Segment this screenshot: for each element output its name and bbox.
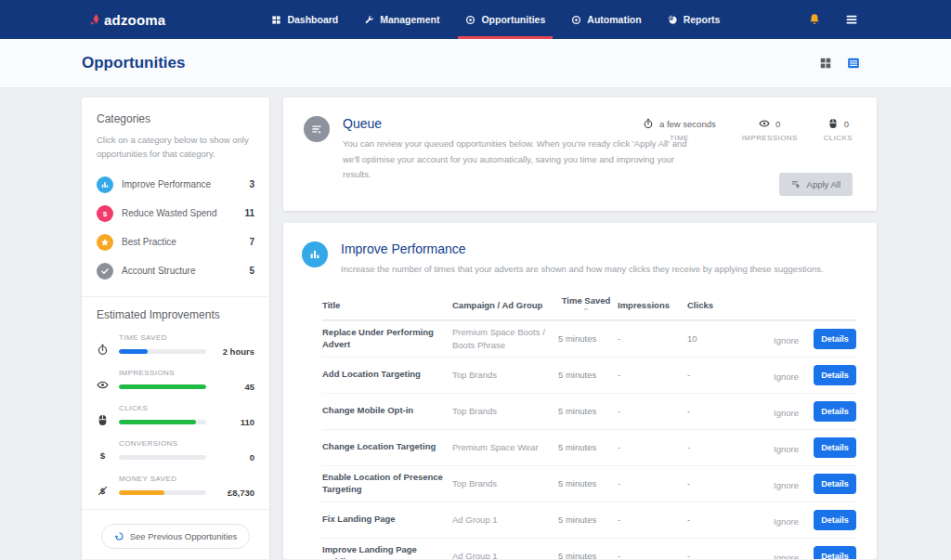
page-header: Opportunities <box>0 39 951 88</box>
page-title: Opportunities <box>82 54 185 72</box>
nav-right <box>808 0 951 39</box>
improvement-value: 45 <box>214 382 254 392</box>
see-previous-opportunities-button[interactable]: See Previous Opportunities <box>101 524 251 549</box>
content: Categories Click on a category below to … <box>0 88 951 559</box>
details-button[interactable]: Details <box>814 546 856 559</box>
nav-item[interactable]: Management <box>351 0 452 39</box>
row-title: Change Mobile Opt-in <box>322 405 452 417</box>
category-count: 3 <box>249 179 254 189</box>
nav-item[interactable]: Opportunities <box>452 0 558 39</box>
nav-menu: Dashboard Management Opportunities Autom… <box>258 0 733 39</box>
row-campaign: Top Brands <box>452 369 554 381</box>
column-campaign[interactable]: Campaign / Ad Group <box>452 300 554 310</box>
details-button[interactable]: Details <box>814 510 856 530</box>
nav-item[interactable]: Reports <box>655 0 734 39</box>
row-title: Change Location Targeting <box>322 441 452 453</box>
eye-icon <box>97 369 119 392</box>
bell-icon[interactable] <box>808 13 821 26</box>
ignore-link[interactable]: Ignore <box>774 335 799 345</box>
improvement-item: $ CONVERSIONS 0 <box>97 439 254 462</box>
divider <box>82 296 269 297</box>
row-title: Improve Landing Page Mobile UX <box>322 544 452 559</box>
row-campaign: Top Brands <box>452 405 554 417</box>
improvement-value: 0 <box>214 452 254 462</box>
ignore-link[interactable]: Ignore <box>774 553 799 559</box>
ignore-link[interactable]: Ignore <box>774 444 799 454</box>
category-label: Best Practice <box>122 237 176 247</box>
improvement-label: TIME SAVED <box>119 333 254 342</box>
category-item[interactable]: Best Practice 7 <box>97 228 254 256</box>
see-previous-label: See Previous Opportunities <box>130 531 238 541</box>
improvement-label: MONEY SAVED <box>119 475 254 483</box>
progress-fill <box>119 490 164 495</box>
column-impressions[interactable]: Impressions <box>618 300 687 310</box>
circle-dot-icon <box>571 15 581 25</box>
queue-stat-value: 0 <box>844 119 849 129</box>
row-clicks: - <box>687 370 752 380</box>
progress-fill <box>119 349 148 354</box>
divider <box>82 509 269 510</box>
row-campaign: Top Brands <box>452 477 554 489</box>
category-count: 5 <box>249 266 254 276</box>
queue-stat: 0 CLICKS <box>824 118 853 142</box>
row-title: Replace Under Performing Advert <box>322 327 452 351</box>
improvement-item: TIME SAVED 2 hours <box>97 333 254 357</box>
details-button[interactable]: Details <box>814 474 856 494</box>
category-label: Account Structure <box>122 266 195 276</box>
column-clicks[interactable]: Clicks <box>687 300 752 310</box>
sidebar: Categories Click on a category below to … <box>82 98 269 559</box>
nav-item-label: Management <box>380 14 439 25</box>
queue-stat-label: TIME <box>643 134 716 142</box>
stopwatch-icon <box>97 333 119 357</box>
row-impressions: - <box>618 370 687 380</box>
progress-fill <box>119 420 196 424</box>
table-row: Replace Under Performing Advert Premium … <box>322 320 856 357</box>
row-time-saved: 5 minutes <box>554 333 618 344</box>
row-time-saved: 5 minutes <box>554 406 618 416</box>
row-time-saved: 5 minutes <box>554 551 618 559</box>
grid-icon <box>271 15 281 25</box>
logo-text: adzooma <box>104 12 165 28</box>
improvement-item: IMPRESSIONS 45 <box>97 369 254 392</box>
star-icon <box>97 234 113 251</box>
details-button[interactable]: Details <box>814 329 856 349</box>
column-time-saved[interactable]: Time Saved <box>554 296 618 313</box>
row-campaign: Ad Group 1 <box>452 514 554 526</box>
queue-description: You can review your queued opportunities… <box>343 137 705 183</box>
improve-performance-card: Improve Performance Increase the number … <box>283 223 877 559</box>
category-item[interactable]: Account Structure 5 <box>97 256 254 285</box>
row-campaign: Premium Space Wear <box>452 441 554 453</box>
queue-stat: 0 IMPRESSIONS <box>742 118 798 142</box>
row-title: Add Location Targeting <box>322 369 452 381</box>
list-view-icon[interactable] <box>847 57 860 70</box>
details-button[interactable]: Details <box>814 437 856 458</box>
column-title[interactable]: Title <box>322 300 452 310</box>
category-count: 11 <box>244 208 254 218</box>
adzooma-logo[interactable]: adzooma <box>88 0 165 39</box>
queue-icon <box>304 116 330 142</box>
details-button[interactable]: Details <box>814 365 856 385</box>
nav-item[interactable]: Dashboard <box>258 0 351 39</box>
details-button[interactable]: Details <box>814 401 856 422</box>
row-clicks: - <box>687 442 752 452</box>
hamburger-menu-icon[interactable] <box>845 13 858 26</box>
row-impressions: - <box>618 478 687 488</box>
category-item[interactable]: $ Reduce Wasted Spend 11 <box>97 199 254 228</box>
target-icon <box>465 15 476 25</box>
nav-item[interactable]: Automation <box>558 0 654 39</box>
history-icon <box>114 531 124 541</box>
progress-fill <box>119 384 206 389</box>
row-time-saved: 5 minutes <box>554 514 618 525</box>
table-row: Add Location Targeting Top Brands 5 minu… <box>322 357 856 393</box>
improvement-value: £8,730 <box>214 488 254 498</box>
row-clicks: - <box>687 551 752 559</box>
category-label: Reduce Wasted Spend <box>122 208 216 218</box>
ignore-link[interactable]: Ignore <box>774 516 799 527</box>
ignore-link[interactable]: Ignore <box>774 371 799 382</box>
ignore-link[interactable]: Ignore <box>774 408 799 418</box>
grid-view-icon[interactable] <box>819 57 832 70</box>
row-impressions: - <box>618 514 687 525</box>
apply-all-button[interactable]: Apply All <box>779 173 853 196</box>
ignore-link[interactable]: Ignore <box>774 480 799 490</box>
category-item[interactable]: Improve Performance 3 <box>97 170 254 199</box>
